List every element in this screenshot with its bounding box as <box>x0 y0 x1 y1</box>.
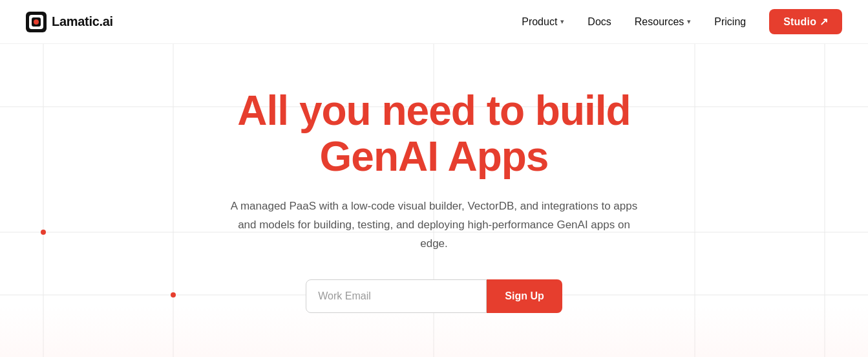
svg-point-13 <box>171 292 176 298</box>
hero-subtitle: A managed PaaS with a low-code visual bu… <box>228 197 641 254</box>
logo-text: Lamatic.ai <box>52 14 113 29</box>
resources-chevron-icon: ▾ <box>687 17 691 26</box>
svg-point-12 <box>41 230 46 235</box>
nav-links: Product ▾ Docs Resources ▾ Pricing Studi… <box>522 9 842 34</box>
email-input[interactable] <box>306 279 487 313</box>
logo[interactable]: Lamatic.ai <box>26 12 113 32</box>
signup-button[interactable]: Sign Up <box>487 279 562 313</box>
nav-product[interactable]: Product ▾ <box>522 16 564 28</box>
hero-section: All you need to build GenAI Apps A manag… <box>0 44 868 357</box>
navbar: Lamatic.ai Product ▾ Docs Resources ▾ Pr… <box>0 0 868 44</box>
nav-docs[interactable]: Docs <box>587 16 611 28</box>
svg-point-3 <box>34 19 39 25</box>
logo-icon <box>26 12 47 32</box>
nav-pricing[interactable]: Pricing <box>714 16 746 28</box>
hero-title: All you need to build GenAI Apps <box>228 88 641 179</box>
nav-resources[interactable]: Resources ▾ <box>635 16 691 28</box>
product-chevron-icon: ▾ <box>560 17 564 26</box>
cta-form: Sign Up <box>228 279 641 313</box>
hero-content: All you need to build GenAI Apps A manag… <box>215 88 654 312</box>
studio-button[interactable]: Studio ↗ <box>769 9 842 34</box>
